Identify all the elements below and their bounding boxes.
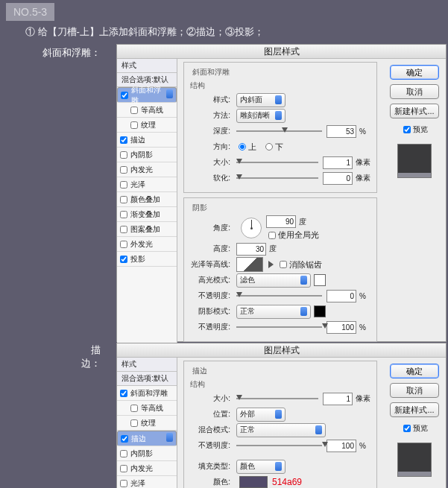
- sidebar-check-stroke[interactable]: [121, 435, 128, 443]
- highlight-opacity-input[interactable]: 0: [326, 290, 356, 302]
- style-select[interactable]: 内斜面: [236, 93, 285, 107]
- sidebar-check-coloroverlay[interactable]: [120, 196, 127, 203]
- sidebar-check-contour[interactable]: [130, 107, 138, 114]
- sidebar-item-innershadow[interactable]: 内阴影: [117, 446, 177, 461]
- sidebar-item-dropshadow[interactable]: 投影: [117, 252, 177, 267]
- sidebar-check-outerglow[interactable]: [120, 241, 127, 248]
- sidebar-item-innershadow[interactable]: 内阴影: [117, 148, 177, 162]
- sidebar-item-coloroverlay[interactable]: 颜色叠加: [117, 192, 177, 207]
- highlight-color-swatch[interactable]: [314, 274, 326, 286]
- shadow-color-swatch[interactable]: [314, 305, 326, 317]
- angle-dial[interactable]: [241, 218, 262, 238]
- sidebar-item-innerglow[interactable]: 内发光: [117, 461, 177, 476]
- preview-check[interactable]: [403, 126, 411, 133]
- sidebar-item-innerglow[interactable]: 内发光: [117, 162, 177, 177]
- sidebar-check-satin[interactable]: [120, 181, 127, 188]
- cancel-button[interactable]: 取消: [390, 84, 439, 99]
- sidebar-item-satin[interactable]: 光泽: [117, 177, 177, 192]
- section-label-bevel: 斜面和浮雕：: [41, 46, 101, 60]
- preview-swatch: [397, 443, 432, 477]
- sidebar-header-styles[interactable]: 样式: [117, 59, 177, 73]
- highlight-mode-select[interactable]: 滤色: [236, 273, 311, 288]
- sidebar-item-gradientoverlay[interactable]: 渐变叠加: [117, 207, 177, 222]
- soften-slider[interactable]: [236, 177, 318, 179]
- stroke-group-label: 描边: [190, 366, 209, 376]
- sidebar-header-styles[interactable]: 样式: [117, 358, 177, 372]
- sidebar-check-bevel[interactable]: [121, 92, 128, 99]
- ok-button[interactable]: 确定: [390, 65, 439, 80]
- size-slider[interactable]: [236, 162, 318, 163]
- sidebar-item-label: 内发光: [130, 463, 153, 474]
- angle-label: 角度:: [190, 223, 230, 233]
- highlight-opacity-slider[interactable]: [236, 295, 322, 297]
- shadow-opacity-input[interactable]: 100: [326, 321, 356, 334]
- sidebar-item-bevel[interactable]: 斜面和浮雕: [117, 87, 177, 103]
- shadow-mode-select[interactable]: 正常: [236, 305, 311, 319]
- sidebar-check-satin[interactable]: [120, 480, 127, 487]
- direction-label: 方向:: [190, 142, 230, 152]
- sidebar-check-bevel[interactable]: [120, 390, 127, 397]
- sidebar-check-gradientoverlay[interactable]: [120, 211, 127, 218]
- ok-button[interactable]: 确定: [390, 364, 439, 378]
- sidebar-check-contour[interactable]: [130, 405, 138, 412]
- sidebar-item-texture[interactable]: 纹理: [117, 118, 177, 133]
- sidebar-item-stroke[interactable]: 描边: [117, 431, 177, 446]
- sidebar-check-dropshadow[interactable]: [120, 256, 127, 263]
- sidebar-item-patternoverlay[interactable]: 图案叠加: [117, 222, 177, 237]
- direction-up-radio[interactable]: [239, 143, 246, 150]
- stroke-opacity-unit: %: [359, 442, 366, 450]
- stroke-opacity-input[interactable]: 100: [326, 440, 356, 452]
- gloss-contour[interactable]: [236, 257, 263, 272]
- stroke-pos-value: 外部: [240, 409, 265, 419]
- shadow-opacity-slider[interactable]: [236, 326, 322, 328]
- preview-label: 预览: [413, 124, 428, 135]
- sidebar-check-innerglow[interactable]: [120, 166, 127, 174]
- technique-select[interactable]: 雕刻清晰: [236, 109, 285, 123]
- preview-check[interactable]: [403, 425, 411, 432]
- depth-input[interactable]: 53: [326, 125, 356, 138]
- sidebar-check-texture[interactable]: [130, 121, 138, 129]
- stroke-opacity-slider[interactable]: [236, 445, 322, 446]
- stroke-size-slider[interactable]: [236, 398, 318, 399]
- sidebar-check-innerglow[interactable]: [120, 465, 127, 472]
- stroke-size-input[interactable]: 1: [323, 393, 353, 405]
- sidebar-check-innershadow[interactable]: [120, 151, 127, 159]
- gloss-arrow-icon[interactable]: [268, 261, 274, 268]
- sidebar-item-label: 内阴影: [130, 150, 153, 160]
- sidebar-item-label: 图案叠加: [130, 224, 160, 235]
- fill-type-value: 颜色: [240, 461, 265, 472]
- cancel-button[interactable]: 取消: [390, 383, 439, 398]
- sidebar-check-innershadow[interactable]: [120, 450, 127, 457]
- direction-down-radio[interactable]: [265, 143, 273, 150]
- angle-input[interactable]: 90: [266, 215, 296, 228]
- stroke-blend-select[interactable]: 正常: [236, 423, 326, 437]
- sidebar-item-bevel[interactable]: 斜面和浮雕: [117, 386, 177, 401]
- bevel-group: 斜面和浮雕 结构 样式:内斜面 方法:雕刻清晰 深度:.sld::after{l…: [183, 62, 377, 193]
- sidebar-item-outerglow[interactable]: 外发光: [117, 237, 177, 252]
- fill-type-select[interactable]: 颜色: [236, 460, 285, 474]
- sidebar-header-blend[interactable]: 混合选项:默认: [117, 372, 177, 386]
- new-style-button[interactable]: 新建样式...: [390, 402, 439, 417]
- shading-group-label: 阴影: [190, 203, 209, 213]
- styles-sidebar: 样式 混合选项:默认 斜面和浮雕 等高线 纹理 描边 内阴影 内发光 光泽: [117, 358, 177, 488]
- angle-unit: 度: [299, 217, 306, 227]
- stroke-color-swatch[interactable]: [239, 476, 268, 488]
- global-light-check[interactable]: [268, 232, 276, 239]
- soften-input[interactable]: 0: [323, 172, 353, 185]
- depth-slider[interactable]: .sld::after{left:var(--p,0)}: [236, 130, 322, 132]
- highlight-mode-value: 滤色: [240, 275, 265, 285]
- antialias-check[interactable]: [280, 261, 287, 268]
- size-input[interactable]: 1: [323, 156, 353, 169]
- sidebar-item-texture[interactable]: 纹理: [117, 416, 177, 431]
- new-style-button[interactable]: 新建样式...: [390, 104, 439, 118]
- sidebar-item-stroke[interactable]: 描边: [117, 133, 177, 148]
- sidebar-check-stroke[interactable]: [120, 136, 127, 144]
- sidebar-item-contour[interactable]: 等高线: [117, 401, 177, 416]
- sidebar-check-patternoverlay[interactable]: [120, 226, 127, 233]
- stroke-pos-select[interactable]: 外部: [236, 408, 285, 422]
- sidebar-item-label: 描边: [130, 135, 145, 145]
- depth-label: 深度:: [190, 126, 230, 136]
- altitude-input[interactable]: 30: [236, 243, 266, 256]
- sidebar-item-satin[interactable]: 光泽: [117, 476, 177, 488]
- sidebar-check-texture[interactable]: [130, 419, 138, 427]
